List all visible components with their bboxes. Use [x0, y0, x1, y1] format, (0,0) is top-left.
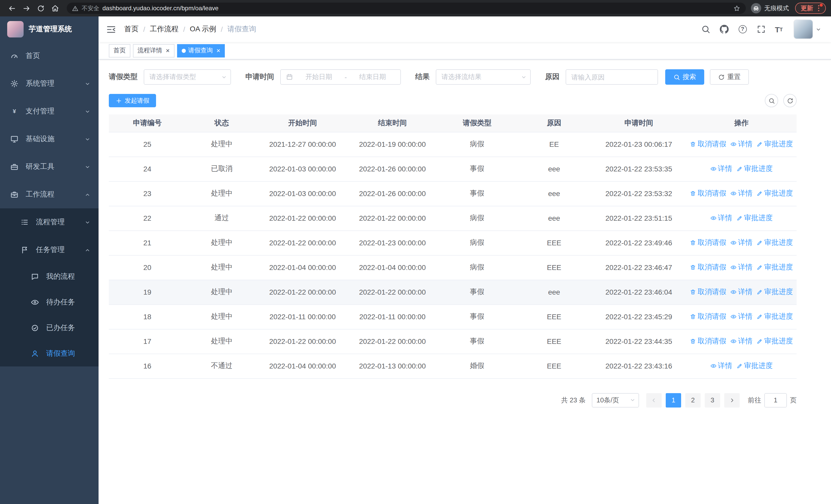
table-cell: 2022-01-22 23:51:15: [591, 206, 686, 231]
detail-action-link[interactable]: 详情: [710, 213, 732, 223]
page-content: 请假类型 请选择请假类型 申请时间 开始日期 - 结束日期: [98, 60, 831, 504]
bookmark-star-icon[interactable]: [733, 4, 741, 12]
detail-action-link[interactable]: 详情: [710, 361, 732, 370]
sidebar-item-done-tasks[interactable]: 已办任务: [0, 315, 98, 341]
cancel-action-link[interactable]: 取消请假: [690, 288, 726, 297]
eye-icon: [710, 363, 716, 369]
update-button[interactable]: 更新: [795, 3, 826, 14]
reset-button[interactable]: 重置: [710, 69, 749, 85]
refresh-table-icon[interactable]: [783, 94, 797, 107]
search-icon[interactable]: [701, 25, 710, 34]
progress-action-link[interactable]: 审批进度: [736, 164, 773, 174]
chat-icon: [31, 272, 39, 281]
breadcrumb-item[interactable]: OA 示例: [190, 25, 216, 34]
chevron-down-icon: [221, 74, 227, 80]
github-icon[interactable]: [719, 25, 728, 34]
cancel-action-link[interactable]: 取消请假: [690, 189, 726, 198]
detail-action-link[interactable]: 详情: [730, 312, 752, 321]
sidebar-item-payment[interactable]: ¥支付管理: [0, 97, 98, 125]
help-icon[interactable]: ?: [738, 25, 747, 34]
progress-action-link[interactable]: 审批进度: [756, 263, 793, 272]
page-button-3[interactable]: 3: [705, 393, 720, 407]
table-cell: 2022-01-22 00:00:00: [347, 206, 437, 231]
progress-action-link[interactable]: 审批进度: [736, 213, 773, 223]
progress-action-link[interactable]: 审批进度: [756, 337, 793, 346]
table-cell: 事假: [437, 181, 517, 206]
chevron-up-icon: [85, 192, 90, 197]
cancel-action-link[interactable]: 取消请假: [690, 337, 726, 346]
progress-action-link[interactable]: 审批进度: [756, 189, 793, 198]
reload-icon[interactable]: [34, 2, 47, 15]
detail-action-link[interactable]: 详情: [730, 238, 752, 247]
sidebar-item-devtools[interactable]: 研发工具: [0, 153, 98, 181]
sidebar-item-process-management[interactable]: 流程管理: [0, 208, 98, 236]
tab-label: 首页: [113, 46, 126, 55]
progress-action-link[interactable]: 审批进度: [756, 140, 793, 149]
next-page-button[interactable]: [724, 393, 740, 407]
create-leave-label: 发起请假: [125, 96, 149, 105]
close-icon[interactable]: ×: [216, 47, 220, 54]
tags-view-item[interactable]: 请假查询×: [177, 44, 225, 57]
result-select[interactable]: 请选择流结果: [436, 69, 531, 85]
end-date-placeholder: 结束日期: [350, 72, 395, 82]
page-button-1[interactable]: 1: [666, 393, 681, 407]
total-count: 共 23 条: [561, 395, 586, 405]
sidebar-item-system[interactable]: 系统管理: [0, 70, 98, 97]
home-icon[interactable]: [48, 2, 62, 15]
tags-view-item[interactable]: 首页: [109, 44, 131, 57]
leave-table: 申请编号状态开始时间结束时间请假类型原因申请时间操作 25处理中2021-12-…: [109, 114, 797, 379]
sidebar-toggle-icon[interactable]: [106, 24, 116, 34]
progress-action-link[interactable]: 审批进度: [756, 312, 793, 321]
detail-action-link[interactable]: 详情: [730, 263, 752, 272]
trash-icon: [690, 314, 696, 320]
create-leave-button[interactable]: 发起请假: [109, 94, 156, 107]
progress-action-link[interactable]: 审批进度: [756, 288, 793, 297]
table-cell: 2022-01-03 00:00:00: [258, 156, 347, 181]
address-bar[interactable]: 不安全 dashboard.yudao.iocoder.cn/bpm/oa/le…: [67, 3, 746, 14]
cancel-action-link[interactable]: 取消请假: [690, 238, 726, 247]
flag-icon: [21, 246, 29, 254]
detail-action-link[interactable]: 详情: [730, 189, 752, 198]
apply-time-range-picker[interactable]: 开始日期 - 结束日期: [280, 69, 401, 85]
sidebar-item-workflow[interactable]: 工作流程: [0, 181, 98, 208]
detail-action-link[interactable]: 详情: [730, 140, 752, 149]
reason-input[interactable]: [566, 70, 658, 84]
detail-action-link[interactable]: 详情: [710, 164, 732, 174]
sidebar-item-home[interactable]: 首页: [0, 42, 98, 70]
browser-menu-icon[interactable]: [814, 4, 823, 12]
search-button-label: 搜索: [683, 72, 696, 82]
page-size-select[interactable]: 10条/页: [592, 393, 639, 407]
progress-action-link[interactable]: 审批进度: [756, 238, 793, 247]
fullscreen-icon[interactable]: [756, 25, 766, 34]
user-avatar[interactable]: [794, 20, 813, 39]
toggle-search-icon[interactable]: [765, 94, 778, 107]
progress-action-link[interactable]: 审批进度: [736, 361, 773, 370]
sidebar-item-todo-tasks[interactable]: 待办任务: [0, 290, 98, 315]
trash-icon: [690, 338, 696, 345]
tags-view-item[interactable]: 流程详情×: [133, 44, 174, 57]
page-button-2[interactable]: 2: [685, 393, 700, 407]
goto-page-input[interactable]: [764, 393, 787, 407]
sidebar-item-leave-query[interactable]: 请假查询: [0, 341, 98, 366]
sidebar-item-label: 已办任务: [46, 323, 98, 333]
search-button[interactable]: 搜索: [665, 69, 704, 85]
back-icon[interactable]: [5, 2, 19, 15]
cancel-action-link[interactable]: 取消请假: [690, 140, 726, 149]
detail-action-link[interactable]: 详情: [730, 337, 752, 346]
detail-action-link[interactable]: 详情: [730, 288, 752, 297]
sidebar-item-task-management[interactable]: 任务管理: [0, 236, 98, 264]
check-circle-icon: [31, 324, 39, 332]
cancel-action-link[interactable]: 取消请假: [690, 312, 726, 321]
close-icon[interactable]: ×: [166, 47, 170, 54]
breadcrumb-item[interactable]: 首页: [124, 25, 139, 34]
sidebar-item-my-process[interactable]: 我的流程: [0, 264, 98, 290]
sidebar-item-infra[interactable]: 基础设施: [0, 125, 98, 153]
leave-type-select[interactable]: 请选择请假类型: [144, 69, 231, 85]
cancel-action-link[interactable]: 取消请假: [690, 263, 726, 272]
prev-page-button[interactable]: [646, 393, 662, 407]
app-logo[interactable]: 芋道管理系统: [0, 17, 98, 42]
chevron-down-icon[interactable]: [815, 26, 821, 32]
breadcrumb-item[interactable]: 工作流程: [150, 25, 179, 34]
font-size-icon[interactable]: TT: [775, 25, 783, 34]
forward-icon[interactable]: [20, 2, 33, 15]
